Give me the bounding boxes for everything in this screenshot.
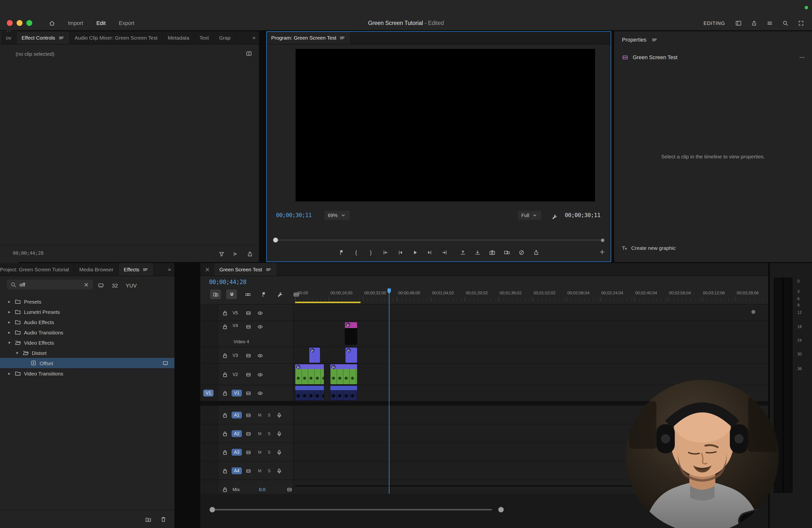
tab-grap[interactable]: Grap [214,31,236,44]
add-marker-button[interactable] [336,247,347,257]
settings-wrench-icon[interactable] [552,212,558,221]
tab-overflow-icon[interactable]: » [165,263,174,276]
lift-button[interactable] [458,247,468,257]
scrollbar-right-handle[interactable] [498,507,504,512]
timeline-clip[interactable] [295,386,324,400]
close-sequence-icon[interactable] [204,265,211,274]
solo-button[interactable]: S [268,431,271,436]
track-target-badge[interactable]: A2 [232,430,242,437]
workspace-menu-icon[interactable] [767,18,773,27]
panel-menu-icon[interactable] [339,34,346,41]
filter-properties-icon[interactable] [218,249,225,258]
track-target-badge[interactable]: A1 [232,411,242,418]
track-header[interactable]: A1 M S [200,406,294,424]
mix-gain-value[interactable]: 0.0 [259,487,265,492]
track-header[interactable]: V1 V1 [200,385,294,401]
fullscreen-icon[interactable] [798,18,804,27]
panel-menu-icon[interactable] [265,266,272,273]
create-new-graphic-button[interactable]: Create new graphic [621,245,676,251]
sync-lock-icon[interactable] [245,411,251,419]
playback-resolution-dropdown[interactable]: Full [518,211,541,220]
tree-item-audio-transitions[interactable]: ▸Audio Transitions [0,327,174,337]
voiceover-mic-icon[interactable] [276,429,282,438]
tree-item-distort[interactable]: ▾Distort [0,347,174,358]
export-frame-button[interactable] [487,247,497,257]
tree-item-video-transitions[interactable]: ▸Video Transitions [0,368,174,379]
track-lock-icon[interactable] [222,485,228,494]
menu-import[interactable]: Import [68,20,83,26]
tab-ov[interactable]: ov [1,31,17,44]
solo-button[interactable]: S [268,468,271,473]
scrubber-playhead[interactable] [273,238,278,242]
sync-lock-icon[interactable] [245,389,251,398]
search-input[interactable]: off [7,280,93,289]
timeline-clip[interactable] [330,386,357,400]
add-button-icon[interactable] [599,247,605,256]
menu-edit[interactable]: Edit [96,20,105,26]
sync-lock-icon[interactable] [245,447,251,456]
mute-button[interactable]: M [258,449,261,454]
sequence-item-row[interactable]: Green Screen Test [622,54,805,60]
track-lock-icon[interactable] [222,351,228,360]
export-icon[interactable] [247,249,253,258]
playhead-line[interactable] [389,293,390,494]
timeline-clip[interactable]: fx [345,322,357,345]
track-header[interactable]: A2 M S [200,424,294,442]
tab-effect-controls[interactable]: Effect Controls [17,31,70,44]
scrubber-track[interactable] [273,240,604,241]
timeline-clip[interactable]: fx [345,347,357,363]
tab-overflow-icon[interactable]: » [249,31,259,44]
search-icon[interactable] [782,18,788,27]
global-fx-mute-button[interactable] [516,247,526,257]
new-bin-icon[interactable] [145,515,151,524]
voiceover-mic-icon[interactable] [276,411,282,419]
timeline-clip[interactable]: fx [309,347,320,363]
source-patch-badge[interactable]: V1 [203,390,214,397]
badge-32-icon[interactable]: 32 [112,281,118,289]
tab-text[interactable]: Text [194,31,214,44]
tab-sequence[interactable]: Green Screen Test [215,263,277,276]
track-lock-icon[interactable] [222,411,228,419]
track-lock-icon[interactable] [222,322,228,331]
voiceover-mic-icon[interactable] [276,447,282,456]
tree-item-presets[interactable]: ▸Presets [0,296,174,306]
panel-menu-icon[interactable] [651,36,657,43]
track-lock-icon[interactable] [222,370,228,379]
solo-button[interactable]: S [268,412,271,417]
sync-lock-icon[interactable] [245,309,251,317]
track-header[interactable]: V5 [200,305,294,321]
panel-layout-icon[interactable] [246,49,252,58]
tab-media-browser[interactable]: Media Browser [74,263,119,276]
track-visibility-eye-icon[interactable] [257,370,263,379]
tab-program[interactable]: Program: Green Screen Test [266,31,351,44]
close-window-button[interactable] [7,20,13,26]
mute-button[interactable]: M [258,412,261,417]
clear-search-icon[interactable] [83,280,89,289]
zoom-level-dropdown[interactable]: 69% [324,211,350,220]
timeline-clip[interactable]: fx [295,364,324,384]
tree-item-offset[interactable]: Offset [0,358,174,368]
track-target-badge[interactable]: A3 [232,448,242,455]
track-header[interactable]: V2 [200,364,294,385]
badge-yuv-icon[interactable]: YUV [126,281,137,289]
gpu-badge-icon[interactable] [98,281,104,289]
minimize-window-button[interactable] [17,20,23,26]
mark-in-button[interactable]: { [351,247,361,257]
program-scrubber[interactable] [273,238,604,242]
tree-item-audio-effects[interactable]: ▸Audio Effects [0,317,174,327]
play-around-icon[interactable] [233,249,239,258]
track-header[interactable]: V3 [200,347,294,363]
step-back-button[interactable] [395,247,405,257]
go-to-in-button[interactable] [380,247,391,257]
menu-export[interactable]: Export [119,20,134,26]
export-media-button[interactable] [531,247,541,257]
sync-lock-icon[interactable] [245,370,251,379]
track-lock-icon[interactable] [222,447,228,456]
quick-export-icon[interactable] [751,18,757,27]
mark-out-button[interactable]: } [366,247,376,257]
vertical-scrollbar-thumb[interactable] [751,310,755,314]
tab-effects[interactable]: Effects [119,263,154,276]
sync-lock-icon[interactable] [245,322,251,331]
timeline-clip[interactable]: fx [330,364,357,384]
sync-lock-icon[interactable] [245,351,251,360]
